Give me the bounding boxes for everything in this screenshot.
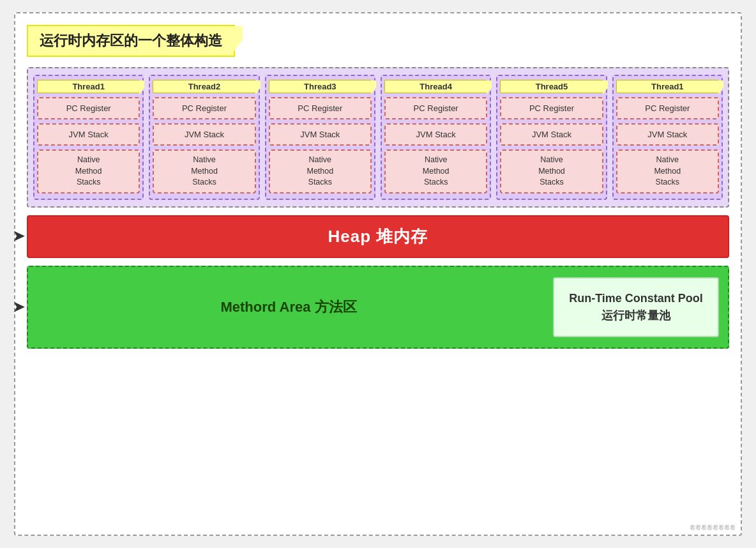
- jvm-stack: JVM Stack: [384, 123, 487, 146]
- jvm-stack: JVM Stack: [500, 123, 603, 146]
- thread-label: Thread4: [384, 80, 487, 93]
- heap-area: ➤ Heap 堆内存: [27, 215, 729, 258]
- thread-label: Thread2: [153, 80, 255, 93]
- method-area-label: Methord Area 方法区: [37, 298, 553, 317]
- jvm-stack: JVM Stack: [616, 123, 719, 146]
- thread-label: Thread1: [37, 80, 140, 93]
- pc-register: PC Register: [153, 97, 255, 119]
- heap-label: Heap 堆内存: [37, 225, 719, 248]
- thread-label: Thread5: [500, 80, 603, 93]
- pc-register: PC Register: [500, 97, 603, 119]
- native-method-stacks: Native Method Stacks: [616, 149, 719, 194]
- thread-box: Thread3PC RegisterJVM StackNative Method…: [265, 75, 375, 200]
- native-method-stacks: Native Method Stacks: [384, 149, 487, 194]
- thread-box: Thread1PC RegisterJVM StackNative Method…: [33, 75, 144, 200]
- thread-label: Thread1: [616, 80, 719, 93]
- pc-register: PC Register: [37, 97, 140, 119]
- pc-register: PC Register: [384, 97, 487, 119]
- runtime-pool: Run-Time Constant Pool 运行时常量池: [553, 277, 719, 337]
- main-container: 运行时内存区的一个整体构造 Thread1PC RegisterJVM Stac…: [14, 12, 742, 536]
- pool-line1: Run-Time Constant Pool: [567, 290, 705, 307]
- thread-box: Thread5PC RegisterJVM StackNative Method…: [496, 75, 607, 200]
- thread-box: Thread1PC RegisterJVM StackNative Method…: [612, 75, 723, 200]
- title-banner: 运行时内存区的一个整体构造: [27, 25, 235, 57]
- native-method-stacks: Native Method Stacks: [37, 149, 140, 194]
- thread-box: Thread4PC RegisterJVM StackNative Method…: [381, 75, 491, 200]
- method-arrow: ➤: [13, 299, 24, 316]
- native-method-stacks: Native Method Stacks: [269, 149, 372, 194]
- thread-box: Thread2PC RegisterJVM StackNative Method…: [149, 75, 259, 200]
- watermark: 看看看看看看看看: [690, 524, 736, 532]
- pool-line2: 运行时常量池: [567, 307, 705, 324]
- jvm-stack: JVM Stack: [269, 123, 372, 146]
- page-title: 运行时内存区的一个整体构造: [40, 33, 222, 49]
- pc-register: PC Register: [616, 97, 719, 119]
- heap-arrow: ➤: [13, 228, 24, 245]
- jvm-stack: JVM Stack: [153, 123, 255, 146]
- threads-area: Thread1PC RegisterJVM StackNative Method…: [27, 67, 729, 208]
- pc-register: PC Register: [269, 97, 372, 119]
- jvm-stack: JVM Stack: [37, 123, 140, 146]
- thread-label: Thread3: [269, 80, 372, 93]
- method-area: ➤ Methord Area 方法区 Run-Time Constant Poo…: [27, 266, 729, 349]
- native-method-stacks: Native Method Stacks: [500, 149, 603, 194]
- native-method-stacks: Native Method Stacks: [153, 149, 255, 194]
